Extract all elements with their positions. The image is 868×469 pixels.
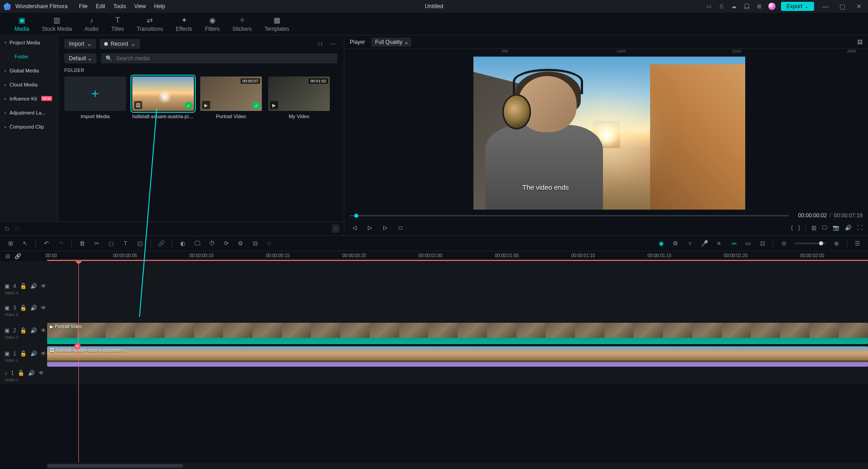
timeline-scrollbar[interactable] [0, 463, 868, 469]
group-icon[interactable]: ⊟ [251, 239, 259, 248]
screen-icon[interactable]: 🖵 [193, 239, 201, 248]
tab-titles[interactable]: TTitles [105, 14, 130, 34]
snapshot-icon[interactable]: 🖼 [857, 39, 863, 45]
user-avatar[interactable] [768, 3, 776, 10]
render-icon[interactable]: ▭ [744, 239, 752, 248]
sort-dropdown[interactable]: Default ⌄ [64, 53, 96, 63]
maximize-button[interactable]: ▢ [837, 3, 848, 10]
clip-hallstatt[interactable]: 🖼hallstatt-square-austria-picjumbo-... [47, 346, 868, 367]
minimize-button[interactable]: — [820, 3, 831, 10]
timeline-ruler[interactable]: 00:00 00:00:00:05 00:00:00:10 00:00:00:1… [47, 251, 868, 261]
more-icon[interactable]: ⋯ [328, 40, 338, 48]
tab-audio[interactable]: ♪Audio [78, 14, 105, 34]
sidebar-global-media[interactable]: ▸Global Media [0, 63, 58, 77]
compare-icon[interactable]: ▥ [811, 225, 816, 231]
media-item-hallstatt[interactable]: 🖼 ✓ hallstatt-square-austria-picj... [132, 77, 194, 119]
tab-effects[interactable]: ✦Effects [169, 14, 198, 34]
mute-icon[interactable]: 🔊 [30, 327, 37, 334]
new-folder-icon[interactable]: 🗀 [14, 225, 20, 232]
sidebar-influence-kit[interactable]: ▸Influence KitNEW [0, 91, 58, 105]
lock-icon[interactable]: 🔓 [18, 370, 24, 376]
headset-icon[interactable]: 🎧 [743, 3, 750, 10]
sidebar-folder[interactable]: Folder [0, 49, 58, 63]
quality-dropdown[interactable]: Full Quality [371, 38, 411, 47]
playhead[interactable] [78, 261, 79, 463]
stop-button[interactable]: □ [396, 223, 405, 232]
prev-frame-button[interactable]: ◁ [350, 223, 359, 232]
magnet-icon[interactable]: ⫘ [729, 239, 738, 248]
lock-icon[interactable]: 🔓 [20, 283, 27, 289]
fit-icon[interactable]: ⊡ [758, 239, 767, 248]
search-input[interactable] [116, 55, 333, 62]
adjust-icon[interactable]: ⚙ [236, 239, 245, 248]
mute-icon[interactable]: 🔊 [30, 305, 37, 311]
import-dropdown[interactable]: Import⌄ [64, 39, 96, 49]
eye-icon[interactable]: 👁 [41, 305, 46, 311]
mute-icon[interactable]: 🔊 [30, 350, 37, 357]
delete-icon[interactable]: 🗑 [78, 239, 86, 248]
cut-marker-icon[interactable]: ✕ [74, 343, 81, 349]
crop-zoom-icon[interactable]: ◱ [136, 239, 144, 248]
lock-icon[interactable]: 🔓 [20, 305, 27, 311]
filter-icon[interactable]: ⫶⫶ [316, 40, 325, 48]
display-icon[interactable]: 🖵 [822, 225, 827, 231]
collapse-sidebar-button[interactable]: ‹ [332, 225, 339, 233]
copy-icon[interactable]: ⎘ [265, 239, 274, 248]
preview-canvas[interactable]: The video ends [351, 55, 868, 211]
tab-transitions[interactable]: ⇄Transitions [130, 14, 169, 34]
search-field[interactable]: 🔍 [101, 53, 338, 63]
import-media-tile[interactable]: + Import Media [64, 77, 126, 119]
tab-stickers[interactable]: ✧Stickers [226, 14, 258, 34]
apps-icon[interactable]: ⊞ [756, 3, 763, 10]
export-button[interactable]: Export ⌄ [781, 2, 814, 11]
timeline-options-icon[interactable]: ⊟ [5, 253, 10, 259]
marker-icon[interactable]: ▿ [686, 239, 694, 248]
ai-tool-icon[interactable]: ◉ [657, 239, 665, 248]
zoom-out-icon[interactable]: ⊖ [780, 239, 788, 248]
menu-tools[interactable]: Tools [113, 3, 126, 10]
speed-icon[interactable]: ⟳ [222, 239, 230, 248]
zoom-in-icon[interactable]: ⊕ [832, 239, 840, 248]
tab-templates[interactable]: ▦Templates [258, 14, 296, 34]
sidebar-compound-clip[interactable]: ▸Compound Clip [0, 120, 58, 134]
text-tool-icon[interactable]: T [121, 239, 130, 248]
volume-icon[interactable]: 🔊 [845, 225, 852, 231]
mark-in-icon[interactable]: { [791, 225, 793, 231]
mark-out-icon[interactable]: } [798, 225, 800, 231]
mic-icon[interactable]: 🎤 [700, 239, 709, 248]
tab-stock-media[interactable]: ▥Stock Media [36, 14, 78, 34]
cloud-icon[interactable]: ☁ [730, 3, 738, 10]
redo-icon[interactable]: ↷ [57, 239, 65, 248]
mute-icon[interactable]: 🔊 [28, 370, 35, 376]
record-dropdown[interactable]: Record⌄ [100, 39, 140, 49]
split-icon[interactable]: ✂ [92, 239, 101, 248]
media-item-portrait[interactable]: 00:00:07 ▶ ✓ Portrait Video [200, 77, 262, 119]
gear-icon[interactable]: ⚙ [671, 239, 680, 248]
menu-edit[interactable]: Edit [96, 3, 106, 10]
player-scrubber[interactable]: 00:00:00:02 / 00:00:07:19 [344, 211, 868, 220]
sidebar-adjustment-layer[interactable]: ▸Adjustment La... [0, 105, 58, 120]
fullscreen-icon[interactable]: ⛶ [857, 225, 863, 231]
timer-icon[interactable]: ⏱ [207, 239, 216, 248]
tab-filters[interactable]: ◉Filters [198, 14, 226, 34]
eye-icon[interactable]: 👁 [41, 283, 46, 289]
mixer-icon[interactable]: ≡ [715, 239, 723, 248]
mute-icon[interactable]: 🔊 [30, 283, 37, 289]
play-backward-button[interactable]: ▷ [365, 223, 374, 232]
list-view-icon[interactable]: ☰ [854, 239, 862, 248]
clip-portrait-video[interactable]: ▶Portrait Video [47, 323, 868, 344]
menu-help[interactable]: Help [154, 3, 165, 10]
save-icon[interactable]: ⎙ [718, 3, 725, 10]
menu-file[interactable]: File [79, 3, 87, 10]
link-tracks-icon[interactable]: 🔗 [14, 253, 21, 259]
eye-icon[interactable]: 👁 [39, 370, 44, 376]
tab-media[interactable]: ▣Media [8, 14, 36, 34]
crop-icon[interactable]: ◻ [107, 239, 115, 248]
lock-icon[interactable]: 🔓 [20, 327, 27, 334]
eye-icon[interactable]: 👁 [41, 327, 46, 334]
link-icon[interactable]: 🔗 [157, 239, 165, 248]
lock-icon[interactable]: 🔓 [20, 350, 27, 357]
undo-icon[interactable]: ↶ [42, 239, 50, 248]
sidebar-project-media[interactable]: ▾Project Media [0, 35, 58, 49]
close-button[interactable]: ✕ [854, 3, 864, 10]
